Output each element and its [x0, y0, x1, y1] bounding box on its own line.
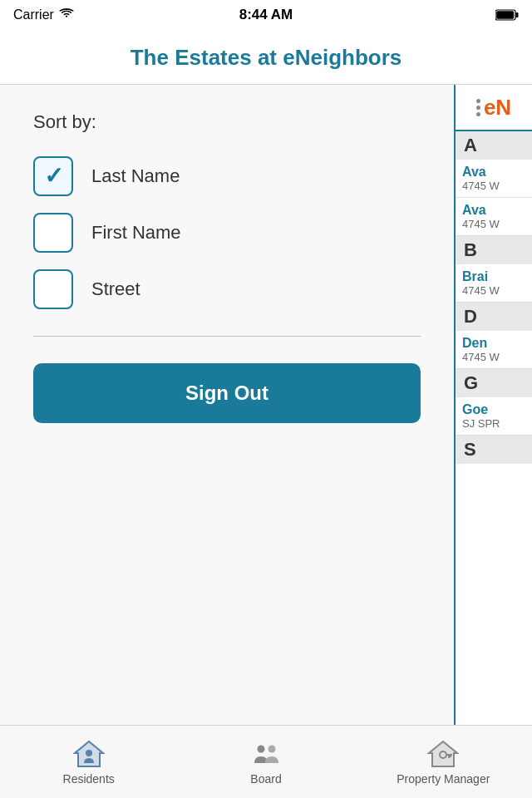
list-item[interactable]: Ava 4745 W: [456, 160, 532, 198]
checkmark-icon: ✓: [44, 165, 63, 188]
letter-header-a: A: [456, 131, 532, 160]
tab-label-property-manager: Property Manager: [397, 772, 490, 786]
tab-label-residents: Residents: [63, 772, 115, 786]
resident-name: Ava: [462, 165, 525, 180]
content-area: Sort by: ✓ Last Name First Name Street S…: [0, 85, 532, 733]
status-bar: Carrier 8:44 AM: [0, 0, 532, 30]
battery-icon: [495, 9, 519, 21]
resident-name: Ava: [462, 203, 525, 218]
resident-address: 4745 W: [462, 218, 525, 230]
sort-label: Sort by:: [33, 111, 421, 133]
resident-list: A Ava 4745 W Ava 4745 W B Brai 4745 W D …: [456, 131, 532, 464]
letter-header-d: D: [456, 303, 532, 331]
tab-board[interactable]: Board: [177, 739, 354, 786]
list-item[interactable]: Ava 4745 W: [456, 198, 532, 236]
list-item[interactable]: Brai 4745 W: [456, 264, 532, 303]
carrier-label: Carrier: [13, 7, 74, 22]
svg-point-6: [268, 745, 275, 752]
tab-residents[interactable]: Residents: [0, 739, 177, 786]
sort-option-last-name[interactable]: ✓ Last Name: [33, 156, 421, 196]
logo-text: eN: [484, 95, 511, 121]
sort-option-label-last-name: Last Name: [91, 165, 180, 187]
tab-property-manager[interactable]: Property Manager: [355, 739, 532, 786]
sort-options-list: ✓ Last Name First Name Street: [33, 156, 421, 309]
resident-name: Den: [462, 336, 525, 351]
resident-address: 4745 W: [462, 180, 525, 192]
letter-header-g: G: [456, 369, 532, 397]
divider: [33, 336, 421, 337]
checkbox-street[interactable]: [33, 269, 73, 309]
svg-rect-2: [496, 11, 514, 19]
svg-point-5: [257, 745, 264, 752]
status-time: 8:44 AM: [239, 7, 293, 23]
property-manager-icon: [426, 739, 461, 769]
checkbox-first-name[interactable]: [33, 213, 73, 253]
app-header: The Estates at eNeighbors: [0, 30, 532, 85]
resident-name: Goe: [462, 402, 525, 417]
board-icon: [249, 739, 283, 769]
resident-address: 4745 W: [462, 284, 525, 297]
sort-panel: Sort by: ✓ Last Name First Name Street S…: [0, 85, 456, 733]
resident-name: Brai: [462, 269, 525, 284]
sort-option-first-name[interactable]: First Name: [33, 213, 421, 253]
resident-list-panel: eN A Ava 4745 W Ava 4745 W B Brai 4745 W…: [456, 85, 532, 733]
sort-option-label-first-name: First Name: [91, 222, 181, 244]
list-item[interactable]: Den 4745 W: [456, 331, 532, 369]
page-title: The Estates at eNeighbors: [13, 45, 519, 71]
residents-icon: [71, 739, 106, 769]
wifi-icon: [59, 7, 74, 22]
svg-rect-1: [516, 12, 519, 17]
tab-label-board: Board: [250, 772, 281, 786]
sort-option-street[interactable]: Street: [33, 269, 421, 309]
logo-dot-2: [476, 106, 480, 110]
resident-address: 4745 W: [462, 351, 525, 363]
resident-address: SJ SPR: [462, 417, 525, 430]
letter-header-b: B: [456, 236, 532, 264]
sort-option-label-street: Street: [91, 278, 140, 300]
logo-dot-1: [476, 99, 480, 103]
list-item[interactable]: Goe SJ SPR: [456, 397, 532, 436]
svg-marker-7: [429, 741, 457, 766]
checkbox-last-name[interactable]: ✓: [33, 156, 73, 196]
logo-dot-3: [476, 112, 480, 116]
letter-header-s: S: [456, 436, 532, 464]
carrier-text: Carrier: [13, 7, 54, 22]
en-logo: eN: [456, 85, 532, 131]
svg-point-4: [86, 750, 92, 756]
logo-dots: [476, 99, 480, 116]
tab-bar: Residents Board: [0, 725, 532, 798]
sign-out-button[interactable]: Sign Out: [33, 363, 421, 423]
